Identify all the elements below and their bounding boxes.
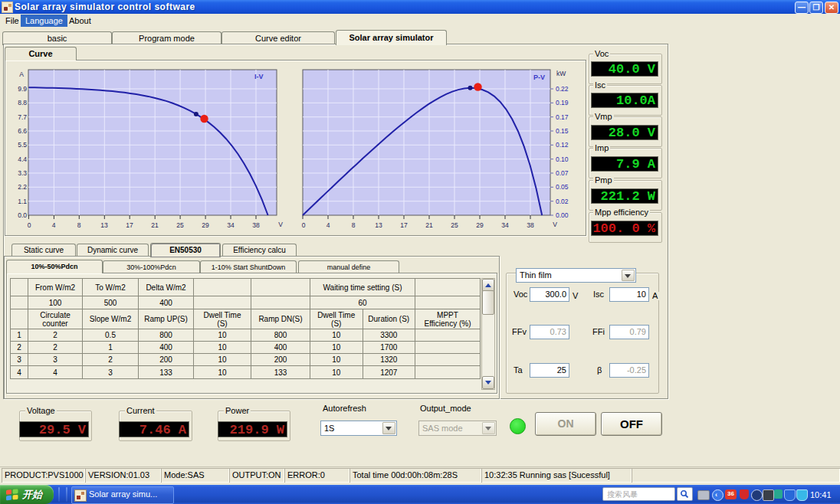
- svg-text:1.1: 1.1: [18, 198, 27, 205]
- svg-text:25: 25: [176, 221, 184, 229]
- svg-text:9.9: 9.9: [18, 85, 27, 93]
- svg-text:0.07: 0.07: [556, 169, 569, 177]
- svg-text:21: 21: [425, 221, 433, 229]
- svg-text:38: 38: [252, 221, 260, 229]
- svg-text:17: 17: [126, 221, 133, 229]
- svg-text:0: 0: [302, 221, 306, 229]
- svg-text:0.17: 0.17: [556, 113, 569, 121]
- svg-text:0.00: 0.00: [556, 211, 569, 219]
- svg-text:I-V: I-V: [254, 73, 264, 80]
- svg-text:8.8: 8.8: [18, 99, 27, 106]
- svg-text:4: 4: [326, 221, 330, 229]
- svg-text:8: 8: [352, 221, 356, 229]
- svg-text:29: 29: [202, 221, 209, 229]
- svg-text:17: 17: [400, 221, 408, 229]
- svg-text:0.05: 0.05: [556, 183, 569, 191]
- svg-text:P-V: P-V: [533, 74, 545, 81]
- svg-text:V: V: [278, 221, 283, 228]
- svg-text:13: 13: [375, 221, 382, 229]
- svg-text:29: 29: [476, 221, 484, 229]
- svg-text:0.02: 0.02: [556, 198, 569, 205]
- svg-text:21: 21: [151, 221, 159, 229]
- svg-text:2.2: 2.2: [18, 183, 27, 191]
- svg-text:A: A: [19, 70, 24, 78]
- svg-text:4: 4: [52, 221, 56, 229]
- svg-text:34: 34: [501, 221, 509, 229]
- svg-text:0.15: 0.15: [556, 127, 569, 135]
- svg-text:34: 34: [227, 221, 235, 229]
- svg-text:7.7: 7.7: [18, 113, 27, 121]
- svg-text:0.10: 0.10: [556, 155, 569, 163]
- svg-text:0.12: 0.12: [556, 141, 569, 149]
- svg-text:0.19: 0.19: [556, 99, 569, 106]
- svg-text:25: 25: [451, 221, 458, 229]
- svg-text:8: 8: [77, 221, 81, 229]
- svg-text:0.22: 0.22: [556, 85, 569, 93]
- svg-text:3.3: 3.3: [18, 169, 27, 177]
- svg-text:13: 13: [100, 221, 108, 229]
- svg-text:4.4: 4.4: [18, 155, 27, 163]
- svg-text:kW: kW: [556, 70, 566, 77]
- svg-text:6.6: 6.6: [18, 127, 27, 135]
- svg-text:38: 38: [527, 221, 534, 229]
- svg-text:V: V: [553, 221, 557, 228]
- svg-text:0.0: 0.0: [18, 211, 27, 219]
- svg-text:0: 0: [28, 221, 31, 229]
- svg-text:5.5: 5.5: [18, 141, 27, 149]
